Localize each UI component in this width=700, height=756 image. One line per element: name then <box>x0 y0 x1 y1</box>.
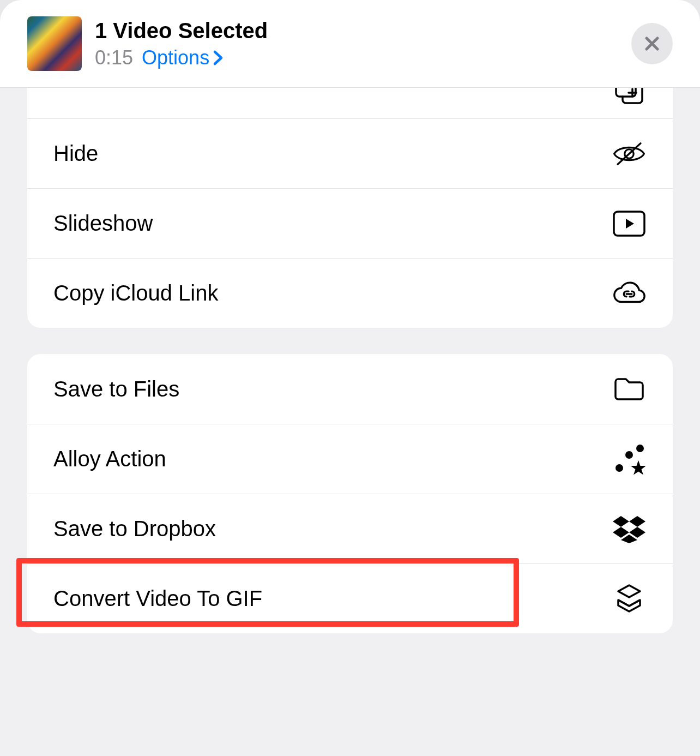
action-label: Save to Dropbox <box>53 517 216 541</box>
action-label: Convert Video To GIF <box>53 586 262 611</box>
action-alloy-action[interactable]: Alloy Action <box>27 424 673 494</box>
action-save-to-files[interactable]: Save to Files <box>27 354 673 424</box>
eye-slash-icon <box>612 136 647 171</box>
action-label: Copy iCloud Link <box>53 281 218 305</box>
action-label: Save to Files <box>53 377 179 401</box>
header-title: 1 Video Selected <box>95 19 618 43</box>
duplicate-icon <box>612 88 647 107</box>
cloud-link-icon <box>612 276 647 311</box>
action-hide[interactable]: Hide <box>27 118 673 188</box>
svg-point-9 <box>625 451 633 459</box>
action-copy-icloud-link[interactable]: Copy iCloud Link <box>27 258 673 328</box>
svg-marker-13 <box>613 516 629 527</box>
options-label: Options <box>142 46 209 69</box>
action-label: Hide <box>53 141 98 166</box>
action-convert-video-to-gif[interactable]: Convert Video To GIF <box>27 563 673 633</box>
chevron-right-icon <box>213 50 224 66</box>
action-label: Slideshow <box>53 211 153 236</box>
action-slideshow[interactable]: Slideshow <box>27 188 673 258</box>
action-duplicate[interactable]: Duplicate <box>27 88 673 118</box>
svg-line-6 <box>618 143 641 164</box>
svg-marker-8 <box>626 219 634 229</box>
action-label: Alloy Action <box>53 447 166 471</box>
svg-point-10 <box>636 445 644 452</box>
options-button[interactable]: Options <box>142 46 224 69</box>
header-subtitle: 0:15 Options <box>95 46 618 69</box>
svg-marker-12 <box>631 460 645 475</box>
video-thumbnail <box>27 16 82 71</box>
folder-icon <box>612 371 647 406</box>
share-sheet-header: 1 Video Selected 0:15 Options <box>0 0 700 88</box>
dropbox-icon <box>612 512 647 547</box>
action-group-2: Save to Files Alloy Action <box>27 354 673 633</box>
play-rectangle-icon <box>612 206 647 241</box>
action-label: Duplicate <box>53 88 144 88</box>
close-icon <box>643 35 661 52</box>
action-save-to-dropbox[interactable]: Save to Dropbox <box>27 494 673 563</box>
close-button[interactable] <box>631 23 673 64</box>
shortcut-icon <box>612 581 647 616</box>
alloy-icon <box>612 442 647 477</box>
action-group-1: Duplicate Hide <box>27 88 673 328</box>
header-text: 1 Video Selected 0:15 Options <box>95 19 618 69</box>
svg-marker-14 <box>629 516 645 527</box>
video-duration: 0:15 <box>95 46 133 69</box>
svg-point-11 <box>615 464 623 472</box>
